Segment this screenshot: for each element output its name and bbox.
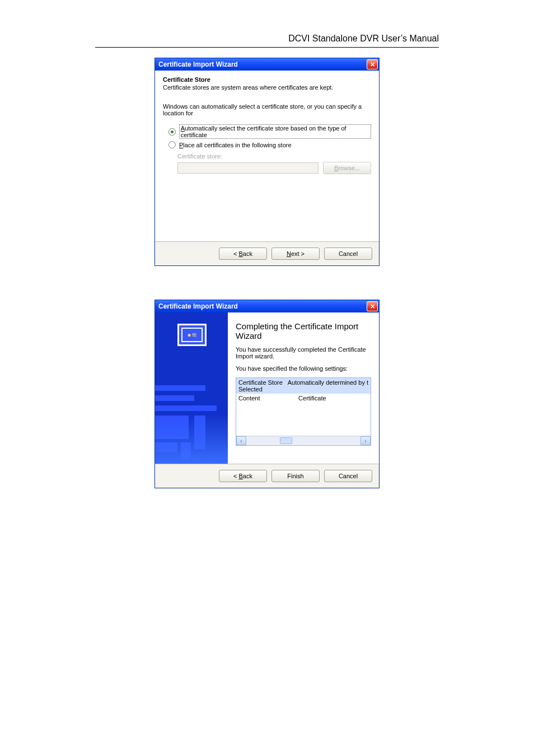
section-subtitle: Certificate stores are system areas wher… [163, 84, 371, 91]
settings-row[interactable]: Certificate Store Selected Automatically… [236, 378, 371, 394]
horizontal-scrollbar[interactable]: ‹ › [236, 436, 371, 445]
settings-list[interactable]: Certificate Store Selected Automatically… [236, 377, 371, 446]
dialog-footer: < Back Finish Cancel [155, 464, 379, 488]
document-page: DCVI Standalone DVR User’s Manual Certif… [0, 0, 534, 756]
browse-button: Browse... [323, 162, 371, 174]
radio-auto-select[interactable]: Automatically select the certificate sto… [168, 124, 371, 139]
intro-text: Windows can automatically select a certi… [163, 103, 371, 116]
next-button[interactable]: Next > [271, 248, 320, 260]
settings-cell: Certificate [298, 395, 368, 402]
radio-place-label: Place all certificates in the following … [179, 142, 292, 148]
header-rule [95, 47, 439, 48]
cancel-button[interactable]: Cancel [324, 470, 372, 482]
radio-auto-label: Automatically select the certificate sto… [179, 124, 371, 139]
dialog-body: ●≋ Completing the Certificate Import Wiz… [155, 312, 379, 464]
titlebar[interactable]: Certificate Import Wizard ✕ [155, 58, 379, 71]
complete-line2: You have specified the following setting… [236, 365, 371, 372]
page-header: DCVI Standalone DVR User’s Manual [95, 34, 439, 44]
wizard-main: Completing the Certificate Import Wizard… [228, 312, 379, 464]
certificate-icon: ●≋ [177, 324, 207, 346]
back-button[interactable]: < Back [219, 470, 267, 482]
section-title: Certificate Store [163, 76, 371, 83]
settings-cell: Content [238, 395, 298, 402]
window-title: Certificate Import Wizard [158, 60, 238, 68]
radio-place-all[interactable]: Place all certificates in the following … [168, 141, 371, 148]
dialog-body: Certificate Store Certificate stores are… [155, 71, 379, 242]
dialog-footer: < Back Next > Cancel [155, 242, 379, 265]
cancel-button[interactable]: Cancel [324, 248, 372, 260]
cert-store-label: Certificate store: [177, 153, 371, 160]
dialog-inner: Windows can automatically select a certi… [155, 95, 379, 241]
wizard-side-graphic: ●≋ [155, 312, 228, 464]
radio-icon [168, 128, 176, 136]
radio-icon [168, 141, 176, 148]
section-header: Certificate Store Certificate stores are… [155, 71, 379, 95]
window-title: Certificate Import Wizard [158, 302, 238, 310]
cert-store-input [177, 162, 318, 174]
settings-row[interactable]: Content Certificate [236, 394, 371, 403]
cert-wizard-store-dialog: Certificate Import Wizard ✕ Certificate … [154, 58, 380, 266]
cert-wizard-complete-dialog: Certificate Import Wizard ✕ ●≋ [154, 300, 380, 488]
complete-heading: Completing the Certificate Import Wizard [236, 321, 371, 340]
back-button[interactable]: < Back [219, 248, 267, 260]
settings-cell: Automatically determined by t [288, 379, 368, 393]
close-icon[interactable]: ✕ [367, 59, 378, 69]
complete-line1: You have successfully completed the Cert… [236, 346, 371, 360]
scroll-right-icon[interactable]: › [360, 436, 371, 445]
scroll-thumb[interactable] [280, 437, 292, 444]
scroll-left-icon[interactable]: ‹ [236, 436, 246, 445]
close-icon[interactable]: ✕ [367, 301, 378, 311]
titlebar[interactable]: Certificate Import Wizard ✕ [155, 300, 379, 312]
settings-cell: Certificate Store Selected [238, 379, 288, 393]
finish-button[interactable]: Finish [271, 470, 320, 482]
